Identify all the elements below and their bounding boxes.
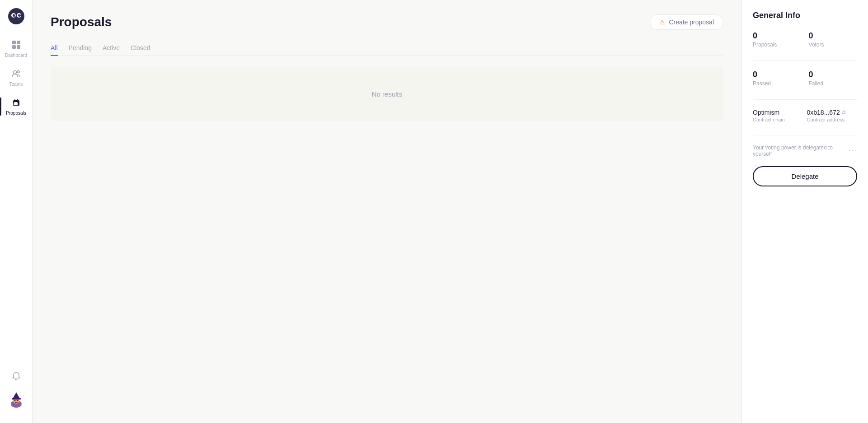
empty-message: No results [372, 90, 403, 98]
dashboard-icon [11, 40, 21, 51]
delegation-row: Your voting power is delegated to yourse… [753, 144, 857, 157]
tab-active[interactable]: Active [103, 41, 120, 56]
warning-icon: ⚠ [659, 19, 665, 26]
contract-info: Optimism Contract chain 0xb18...672 ⧉ Co… [753, 109, 857, 122]
contract-address-item: 0xb18...672 ⧉ Contract address [807, 109, 858, 122]
sidebar-dashboard[interactable]: Dashboard [0, 36, 32, 61]
sidebar-item-teams[interactable]: Teams [0, 65, 32, 90]
sidebar-item-proposals[interactable]: Proposals [0, 94, 32, 119]
dashboard-label: Dashboard [5, 53, 27, 58]
svg-point-0 [8, 8, 24, 24]
more-options-button[interactable]: ··· [849, 147, 857, 155]
create-proposal-label: Create proposal [669, 19, 714, 26]
contract-address-label: Contract address [807, 117, 858, 122]
divider-3 [753, 135, 857, 135]
svg-point-5 [14, 14, 15, 15]
sidebar-teams[interactable]: Teams [0, 65, 32, 90]
stats-grid-2: 0 Passed 0 Failed [753, 70, 857, 87]
voters-count: 0 [809, 31, 858, 41]
copy-address-icon[interactable]: ⧉ [842, 109, 846, 116]
app-logo[interactable] [7, 7, 25, 25]
tab-closed[interactable]: Closed [131, 41, 150, 56]
create-proposal-button[interactable]: ⚠ Create proposal [650, 14, 723, 30]
stat-failed: 0 Failed [809, 70, 858, 87]
stat-voters: 0 Voters [809, 31, 858, 48]
contract-chain-value: Optimism [753, 109, 803, 116]
sidebar-proposals[interactable]: Proposals [0, 94, 32, 119]
contract-address-value: 0xb18...672 ⧉ [807, 109, 858, 116]
svg-rect-9 [12, 45, 16, 49]
sidebar-item-dashboard[interactable]: Dashboard [0, 36, 32, 61]
svg-point-4 [18, 14, 21, 17]
general-info-title: General Info [753, 11, 857, 20]
divider-2 [753, 99, 857, 100]
failed-count-label: Failed [809, 80, 858, 87]
stats-grid: 0 Proposals 0 Voters [753, 31, 857, 48]
tab-all[interactable]: All [51, 41, 58, 56]
teams-label: Teams [9, 82, 23, 87]
svg-text:✦: ✦ [20, 403, 23, 407]
teams-icon [11, 69, 21, 80]
svg-point-17 [14, 400, 15, 401]
proposals-icon [11, 98, 21, 109]
svg-rect-16 [12, 398, 21, 400]
divider-1 [753, 60, 857, 61]
svg-point-18 [17, 400, 18, 401]
sidebar: Dashboard Teams [0, 0, 33, 423]
voters-count-label: Voters [809, 42, 858, 48]
svg-point-3 [13, 14, 15, 17]
stat-proposals: 0 Proposals [753, 31, 802, 48]
passed-count: 0 [753, 70, 802, 79]
svg-point-6 [19, 14, 20, 15]
proposals-tabs: All Pending Active Closed [51, 41, 723, 56]
delegate-button[interactable]: Delegate [753, 166, 857, 186]
proposals-label: Proposals [6, 111, 26, 116]
svg-rect-7 [12, 41, 16, 44]
proposals-count: 0 [753, 31, 802, 41]
active-indicator [0, 98, 1, 116]
svg-rect-8 [17, 41, 20, 44]
contract-chain-item: Optimism Contract chain [753, 109, 803, 122]
svg-rect-10 [17, 45, 20, 49]
passed-count-label: Passed [753, 80, 802, 87]
contract-chain-label: Contract chain [753, 117, 803, 122]
notifications-icon[interactable] [11, 371, 21, 383]
svg-point-12 [17, 71, 19, 73]
sidebar-bottom: ✦ [7, 371, 25, 416]
user-avatar[interactable]: ✦ [7, 390, 25, 409]
tab-pending[interactable]: Pending [69, 41, 92, 56]
stat-passed: 0 Passed [753, 70, 802, 87]
page-title: Proposals [51, 15, 112, 29]
delegation-text: Your voting power is delegated to yourse… [753, 144, 849, 157]
main-content: Proposals ⚠ Create proposal All Pending … [33, 0, 741, 423]
svg-point-11 [13, 71, 16, 74]
failed-count: 0 [809, 70, 858, 79]
right-panel: General Info 0 Proposals 0 Voters 0 Pass… [741, 0, 868, 423]
proposals-count-label: Proposals [753, 42, 802, 48]
page-header: Proposals ⚠ Create proposal [51, 14, 723, 30]
proposals-content: No results [51, 67, 723, 121]
